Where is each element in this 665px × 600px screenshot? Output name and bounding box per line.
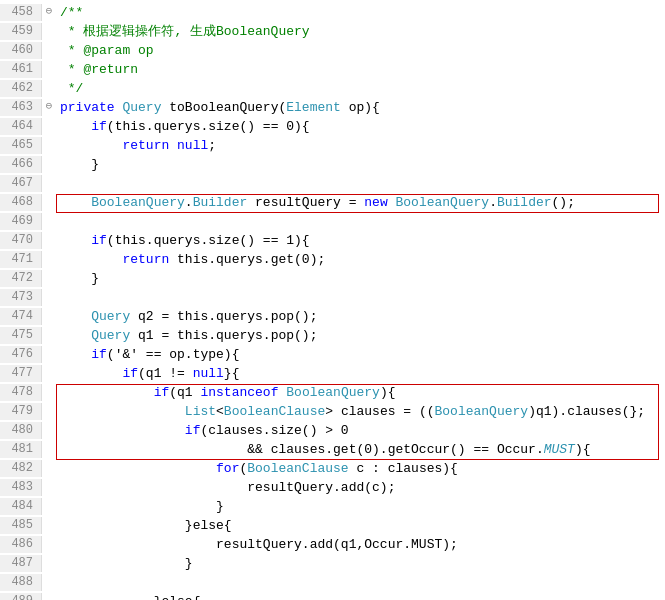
code-line: 460 * @param op [0,42,665,61]
code-line: 486 resultQuery.add(q1,Occur.MUST); [0,536,665,555]
code-line: 478 if(q1 instanceof BooleanQuery){ [0,384,665,403]
line-content: for(BooleanClause c : clauses){ [56,460,665,479]
code-line: 469 [0,213,665,232]
line-number: 459 [0,23,42,40]
code-line: 477 if(q1 != null}{ [0,365,665,384]
code-line: 471 return this.querys.get(0); [0,251,665,270]
line-content: * 根据逻辑操作符, 生成BooleanQuery [56,23,665,42]
code-line: 480 if(clauses.size() > 0 [0,422,665,441]
line-number: 466 [0,156,42,173]
code-line: 484 } [0,498,665,517]
line-number: 487 [0,555,42,572]
code-line: 462 */ [0,80,665,99]
line-content: BooleanQuery.Builder resultQuery = new B… [56,194,665,213]
line-number: 469 [0,213,42,230]
line-content: && clauses.get(0).getOccur() == Occur.MU… [56,441,665,460]
line-number: 483 [0,479,42,496]
line-number: 473 [0,289,42,306]
code-line: 467 [0,175,665,194]
line-number: 472 [0,270,42,287]
code-line: 461 * @return [0,61,665,80]
line-number: 489 [0,593,42,600]
code-line: 487 } [0,555,665,574]
line-content: Query q1 = this.querys.pop(); [56,327,665,346]
line-number: 480 [0,422,42,439]
line-number: 488 [0,574,42,591]
line-content: * @param op [56,42,665,61]
line-content: if(q1 instanceof BooleanQuery){ [56,384,665,403]
line-content: /** [56,4,665,23]
line-number: 477 [0,365,42,382]
line-content: } [56,156,665,175]
line-number: 470 [0,232,42,249]
code-line: 458⊖/** [0,4,665,23]
line-number: 468 [0,194,42,211]
code-container: 458⊖/**459 * 根据逻辑操作符, 生成BooleanQuery460 … [0,0,665,600]
code-line: 465 return null; [0,137,665,156]
line-content: Query q2 = this.querys.pop(); [56,308,665,327]
line-number: 458 [0,4,42,21]
line-number: 474 [0,308,42,325]
line-content: * @return [56,61,665,80]
code-line: 468 BooleanQuery.Builder resultQuery = n… [0,194,665,213]
line-number: 478 [0,384,42,401]
line-content: if(this.querys.size() == 1){ [56,232,665,251]
line-number: 471 [0,251,42,268]
line-content: } [56,270,665,289]
line-number: 462 [0,80,42,97]
line-content: */ [56,80,665,99]
line-number: 484 [0,498,42,515]
line-content: if(this.querys.size() == 0){ [56,118,665,137]
code-line: 479 List<BooleanClause> clauses = ((Bool… [0,403,665,422]
code-line: 482 for(BooleanClause c : clauses){ [0,460,665,479]
code-line: 474 Query q2 = this.querys.pop(); [0,308,665,327]
line-content [56,289,665,308]
line-number: 467 [0,175,42,192]
code-line: 489 }else{ [0,593,665,600]
line-number: 464 [0,118,42,135]
line-content: if(q1 != null}{ [56,365,665,384]
line-number: 463 [0,99,42,116]
code-line: 485 }else{ [0,517,665,536]
code-line: 464 if(this.querys.size() == 0){ [0,118,665,137]
code-line: 466 } [0,156,665,175]
line-content [56,213,665,232]
line-content: if(clauses.size() > 0 [56,422,665,441]
code-line: 463⊖private Query toBooleanQuery(Element… [0,99,665,118]
line-number: 460 [0,42,42,59]
line-content: } [56,498,665,517]
code-line: 476 if('&' == op.type){ [0,346,665,365]
line-number: 476 [0,346,42,363]
code-line: 483 resultQuery.add(c); [0,479,665,498]
code-line: 472 } [0,270,665,289]
line-number: 485 [0,517,42,534]
line-content: resultQuery.add(q1,Occur.MUST); [56,536,665,555]
line-number: 486 [0,536,42,553]
line-content [56,574,665,593]
line-content: if('&' == op.type){ [56,346,665,365]
line-content: private Query toBooleanQuery(Element op)… [56,99,665,118]
code-line: 473 [0,289,665,308]
line-number: 465 [0,137,42,154]
code-line: 475 Query q1 = this.querys.pop(); [0,327,665,346]
line-content: List<BooleanClause> clauses = ((BooleanQ… [56,403,665,422]
code-line: 470 if(this.querys.size() == 1){ [0,232,665,251]
line-number: 481 [0,441,42,458]
fold-marker[interactable]: ⊖ [42,99,56,115]
code-line: 488 [0,574,665,593]
line-content: resultQuery.add(c); [56,479,665,498]
line-content: } [56,555,665,574]
line-content: }else{ [56,517,665,536]
line-content: return null; [56,137,665,156]
line-number: 479 [0,403,42,420]
code-line: 481 && clauses.get(0).getOccur() == Occu… [0,441,665,460]
line-number: 475 [0,327,42,344]
line-content: }else{ [56,593,665,600]
code-line: 459 * 根据逻辑操作符, 生成BooleanQuery [0,23,665,42]
line-content [56,175,665,194]
line-number: 461 [0,61,42,78]
line-number: 482 [0,460,42,477]
fold-marker[interactable]: ⊖ [42,4,56,20]
line-content: return this.querys.get(0); [56,251,665,270]
